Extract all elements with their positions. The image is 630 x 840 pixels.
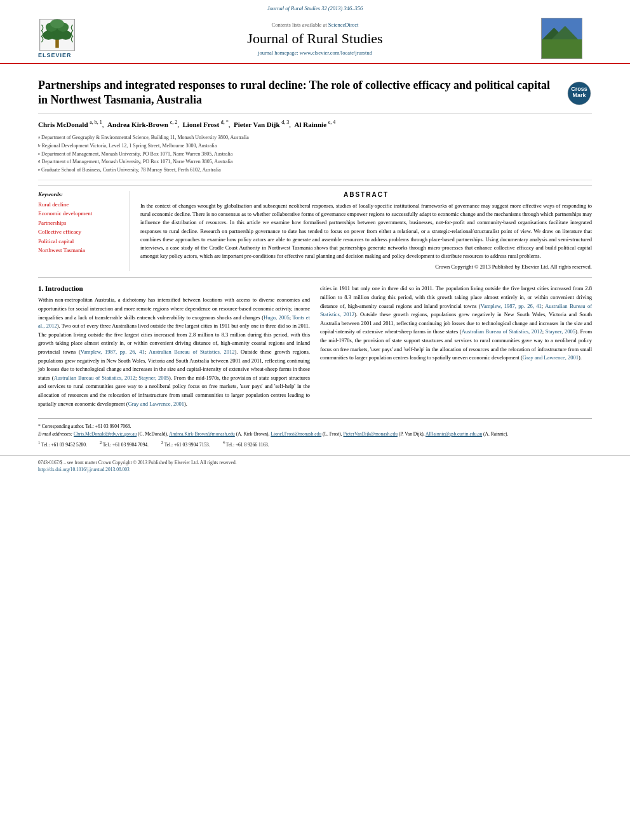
keywords-label: Keywords: <box>38 191 123 197</box>
author-vandijk-sup: d, 3 <box>281 119 289 125</box>
keyword-5: Political capital <box>38 237 123 246</box>
ref-vamplew-1987[interactable]: Vamplew, 1987, pp. 26, 41 <box>81 349 145 355</box>
svg-point-4 <box>60 30 72 40</box>
elsevier-logo: ELSEVIER <box>38 19 89 58</box>
journal-top-bar: ELSEVIER Contents lists available at Sci… <box>38 14 592 63</box>
affiliation-d: d Department of Management, Monash Unive… <box>38 158 592 166</box>
author-frost-sup: d, * <box>221 119 229 125</box>
author-kirkbrown-sup: c, 2 <box>170 119 178 125</box>
footnotes-section: * Corresponding author. Tel.: +61 03 990… <box>38 418 592 449</box>
crossmark-badge[interactable]: Cross Mark <box>566 81 592 106</box>
author-vandijk: Pieter Van Dijk <box>234 120 280 128</box>
footnote-tel-4: 4 Tel.: +61 8 9266 1163. <box>223 439 269 449</box>
journal-homepage: journal homepage: www.elsevier.com/locat… <box>89 50 541 56</box>
footnote-tel-3: 3 Tel.: +61 03 9904 7153. <box>161 439 210 449</box>
abstract-col: ABSTRACT In the context of changes wroug… <box>140 191 592 271</box>
footnote-tels: 1 Tel.: +61 03 9452 5280. 2 Tel.: +61 03… <box>38 439 592 449</box>
keyword-1: Rural decline <box>38 200 123 209</box>
intro-paragraph-2: cities in 1911 but only one in three did… <box>320 284 592 362</box>
affiliation-e: e Graduate School of Business, Curtin Un… <box>38 166 592 175</box>
ref-gray-lawrence-2001[interactable]: Gray and Lawrence, 2001 <box>128 401 184 407</box>
svg-point-7 <box>50 19 64 29</box>
journal-header: Journal of Rural Studies 32 (2013) 346–3… <box>0 0 630 64</box>
affiliation-a: a Department of Geography & Environmenta… <box>38 134 592 142</box>
article-title-section: Partnerships and integrated responses to… <box>38 70 592 114</box>
svg-marker-14 <box>556 40 567 58</box>
abstract-copyright: Crown Copyright © 2013 Published by Else… <box>140 263 592 271</box>
author-rainnie-sup: e, 4 <box>328 119 336 125</box>
email-mcdonald[interactable]: Chris.McDonald@rdv.vic.gov.au <box>74 431 137 437</box>
authors-section: Chris McDonald a, b, 1, Andrea Kirk-Brow… <box>38 119 592 130</box>
crossmark-icon: Cross Mark <box>566 81 592 106</box>
ref-hugo-2005[interactable]: Hugo, 2005 <box>264 314 290 321</box>
elsevier-logo-container: ELSEVIER <box>38 19 89 58</box>
journal-citation: Journal of Rural Studies 32 (2013) 346–3… <box>38 5 592 11</box>
article-content: Partnerships and integrated responses to… <box>0 64 630 449</box>
author-mcdonald: Chris McDonald <box>38 120 88 128</box>
rural-studies-logo-container: Rural Studies <box>541 18 592 59</box>
journal-center: Contents lists available at ScienceDirec… <box>89 22 541 56</box>
article-title: Partnerships and integrated responses to… <box>38 78 566 108</box>
author-rainnie: Al Rainnie <box>295 120 326 128</box>
elsevier-brand-text: ELSEVIER <box>38 52 72 58</box>
footnote-tel-2: 2 Tel.: +61 03 9904 7094. <box>100 439 149 449</box>
which-word: which <box>199 253 213 259</box>
abstract-text: In the context of changes wrought by glo… <box>140 202 592 260</box>
affiliations-section: a Department of Geography & Environmenta… <box>38 134 592 180</box>
journal-title: Journal of Rural Studies <box>89 30 541 47</box>
affiliation-b: b Regional Development Victoria, Level 1… <box>38 142 592 150</box>
footnote-tel-1: 1 Tel.: +61 03 9452 5280. <box>38 439 87 449</box>
email-kirkbrown[interactable]: Andrea.Kirk-Brown@monash.edu <box>169 431 235 437</box>
elsevier-tree-icon <box>38 19 76 51</box>
svg-text:Studies: Studies <box>556 57 568 59</box>
page-wrapper: Journal of Rural Studies 32 (2013) 346–3… <box>0 0 630 476</box>
footer-copyright: 0743-0167/$ – see front matter Crown Cop… <box>38 460 592 465</box>
email-rainnie[interactable]: AlRainnie@gsb.curtin.edu.au <box>426 431 482 437</box>
contents-line: Contents lists available at ScienceDirec… <box>89 22 541 28</box>
svg-text:Mark: Mark <box>572 92 586 98</box>
svg-rect-13 <box>542 40 582 58</box>
body-right-col: cities in 1911 but only one in three did… <box>320 284 592 412</box>
abstract-title: ABSTRACT <box>140 191 592 198</box>
keywords-col: Keywords: Rural decline Economic develop… <box>38 191 130 271</box>
svg-text:Cross: Cross <box>571 86 587 92</box>
page-footer: 0743-0167/$ – see front matter Crown Cop… <box>0 455 630 476</box>
keyword-2: Economic development <box>38 209 123 218</box>
email-vandijk[interactable]: PieterVanDijk@monash.edu <box>344 431 398 437</box>
ref-abs-2012-2[interactable]: Australian Bureau of Statistics, 2012 <box>320 303 592 318</box>
keyword-4: Collective efficacy <box>38 227 123 236</box>
body-left-col: 1. Introduction Within non-metropolitan … <box>38 284 310 412</box>
svg-point-3 <box>43 30 54 40</box>
journal-homepage-link[interactable]: journal homepage: www.elsevier.com/locat… <box>258 50 372 56</box>
body-content: 1. Introduction Within non-metropolitan … <box>38 284 592 412</box>
keywords-abstract-section: Keywords: Rural decline Economic develop… <box>38 185 592 271</box>
author-frost: Lionel Frost <box>183 120 220 128</box>
sciencedirect-link[interactable]: ScienceDirect <box>328 22 359 28</box>
email-frost[interactable]: Lionel.Frost@monash.edu <box>271 431 321 437</box>
author-kirkbrown: Andrea Kirk-Brown <box>107 120 168 128</box>
footer-doi-link[interactable]: http://dx.doi.org/10.1016/j.jrurstud.201… <box>38 467 592 472</box>
affiliation-c: c Department of Management, Monash Unive… <box>38 150 592 159</box>
intro-heading: 1. Introduction <box>38 284 310 292</box>
ref-vamplew-1987-2[interactable]: Vamplew, 1987, pp. 26, 41 <box>481 303 542 309</box>
footnote-emails: E-mail addresses: Chris.McDonald@rdv.vic… <box>38 430 592 438</box>
intro-paragraph-1: Within non-metropolitan Australia, a dic… <box>38 296 310 408</box>
rural-studies-logo-icon: Rural Studies <box>542 18 582 59</box>
keyword-6: Northwest Tasmania <box>38 246 123 255</box>
ref-stayner-2005-2[interactable]: Stayner, 2005 <box>546 328 575 335</box>
ref-gray-lawrence-2001-2[interactable]: Gray and Lawrence, 2001 <box>523 354 579 361</box>
svg-text:Rural: Rural <box>558 52 567 56</box>
ref-abs-2012c[interactable]: Australian Bureau of Statistics, 2012 <box>462 328 542 335</box>
footnote-corresponding: * Corresponding author. Tel.: +61 03 990… <box>38 423 592 430</box>
keyword-3: Partnerships <box>38 218 123 227</box>
ref-abs-2012b[interactable]: Australian Bureau of Statistics, 2012 <box>54 375 135 381</box>
rural-studies-logo: Rural Studies <box>541 18 582 59</box>
ref-stayner-2005[interactable]: Stayner, 2005 <box>138 375 169 381</box>
section-divider <box>38 277 592 278</box>
author-mcdonald-sup: a, b, 1 <box>90 119 102 125</box>
ref-abs-2012[interactable]: Australian Bureau of Statistics, 2012 <box>149 349 234 355</box>
